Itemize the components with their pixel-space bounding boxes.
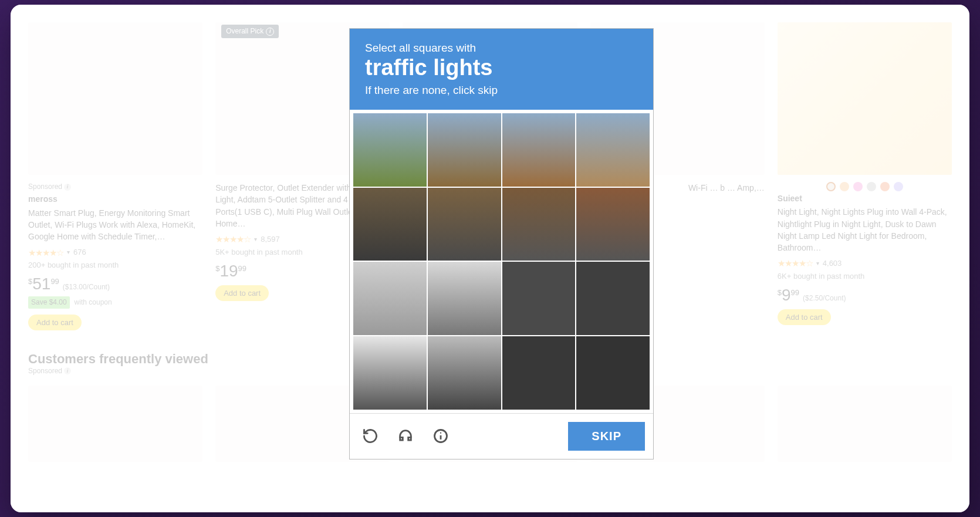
swatch[interactable] (826, 182, 836, 191)
captcha-instruction-line2: If there are none, click skip (365, 84, 638, 97)
captcha-tile[interactable] (576, 262, 650, 335)
captcha-tile[interactable] (502, 113, 576, 187)
add-to-cart-button[interactable]: Add to cart (215, 285, 269, 301)
add-to-cart-button[interactable]: Add to cart (778, 309, 831, 325)
swatch[interactable] (880, 182, 890, 191)
brand-name: Suieet (778, 192, 952, 204)
product-card[interactable]: Suieet Night Light, Night Lights Plug in… (778, 22, 952, 330)
rating-count: 4,603 (823, 258, 842, 269)
audio-icon[interactable] (397, 427, 414, 445)
captcha-tile[interactable] (502, 262, 576, 335)
reload-icon[interactable] (361, 427, 379, 445)
rating-count: 676 (73, 247, 86, 258)
price: $1999 (215, 263, 246, 279)
product-image[interactable] (28, 22, 202, 175)
swatch[interactable] (894, 182, 903, 191)
swatch[interactable] (867, 182, 876, 191)
captcha-target-label: traffic lights (365, 56, 638, 80)
bought-count: 200+ bought in past month (28, 260, 202, 271)
captcha-tile[interactable] (428, 188, 501, 261)
swatch[interactable] (840, 182, 849, 191)
brand-name: meross (28, 193, 202, 205)
captcha-tile[interactable] (428, 262, 501, 335)
price-row: $999 ($2.50/Count) (778, 287, 952, 303)
stars-icon: ★★★★☆ (215, 233, 251, 246)
info-icon[interactable]: i (266, 28, 274, 36)
per-count: ($13.00/Count) (63, 282, 110, 292)
rating-row[interactable]: ★★★★☆ ▾ 676 (28, 246, 202, 259)
product-image[interactable] (28, 386, 202, 462)
product-card[interactable]: Sponsoredi meross Matter Smart Plug, Ene… (28, 22, 202, 330)
info-icon[interactable] (432, 427, 450, 445)
product-title[interactable]: Matter Smart Plug, Energy Monitoring Sma… (28, 207, 202, 243)
svg-point-2 (440, 432, 441, 434)
captcha-tile[interactable] (353, 188, 427, 261)
product-card[interactable] (778, 386, 952, 469)
coupon-badge[interactable]: Save $4.00 (28, 296, 70, 309)
captcha-tile[interactable] (428, 113, 501, 187)
product-title[interactable]: Night Light, Night Lights Plug into Wall… (778, 206, 952, 254)
price: $999 (778, 287, 799, 303)
per-count: ($2.50/Count) (803, 293, 846, 303)
stars-icon: ★★★★☆ (28, 246, 63, 259)
swatch[interactable] (853, 182, 863, 191)
product-card[interactable] (28, 386, 202, 469)
chevron-down-icon[interactable]: ▾ (816, 259, 819, 268)
captcha-instruction-line1: Select all squares with (365, 42, 638, 55)
info-icon[interactable]: i (64, 184, 71, 191)
captcha-tile[interactable] (353, 113, 427, 187)
captcha-tile[interactable] (428, 336, 501, 410)
chevron-down-icon[interactable]: ▾ (67, 248, 70, 257)
coupon-note: with coupon (75, 298, 112, 306)
captcha-image-grid (350, 110, 653, 413)
captcha-tile[interactable] (502, 188, 576, 261)
overall-pick-badge: Overall Picki (221, 25, 279, 38)
rating-row[interactable]: ★★★★☆ ▾ 4,603 (778, 257, 952, 270)
captcha-skip-button[interactable]: SKIP (568, 422, 645, 451)
captcha-tile[interactable] (576, 113, 650, 187)
captcha-tile[interactable] (353, 336, 427, 410)
stars-icon: ★★★★☆ (778, 257, 813, 270)
captcha-dialog: Select all squares with traffic lights I… (349, 28, 654, 459)
add-to-cart-button[interactable]: Add to cart (28, 315, 82, 330)
product-image[interactable] (778, 22, 952, 175)
chevron-down-icon[interactable]: ▾ (254, 235, 257, 244)
sponsored-label: Sponsoredi (28, 182, 202, 192)
bought-count: 6K+ bought in past month (778, 271, 952, 282)
captcha-tile[interactable] (576, 336, 650, 410)
price: $5199 (28, 276, 59, 292)
color-swatches (778, 182, 952, 191)
product-image[interactable] (778, 386, 952, 462)
rating-count: 8,597 (261, 234, 280, 245)
captcha-tile[interactable] (576, 188, 650, 261)
price-row: $5199 ($13.00/Count) (28, 276, 202, 292)
captcha-tile[interactable] (353, 262, 427, 335)
info-icon[interactable]: i (64, 367, 71, 374)
captcha-tile[interactable] (502, 336, 576, 410)
captcha-header: Select all squares with traffic lights I… (350, 29, 653, 110)
captcha-footer: SKIP (350, 413, 653, 459)
